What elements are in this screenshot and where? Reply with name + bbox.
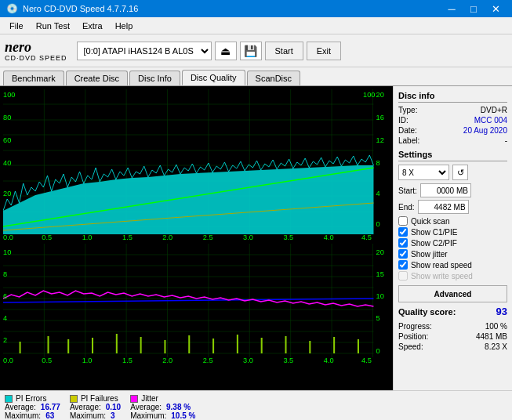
lower-chart: 20 15 10 5 0 10 8 6 4 2 0.0 0.5 1.0 1.5 …	[3, 244, 390, 365]
svg-text:0.0: 0.0	[3, 234, 13, 241]
svg-rect-67	[67, 339, 69, 353]
pi-errors-max-label: Maximum:	[5, 411, 41, 420]
pi-failures-block: PI Failures Average: 0.10 Maximum: 3 Tot…	[70, 394, 121, 420]
tab-scan-disc[interactable]: ScanDisc	[247, 71, 300, 85]
exit-button[interactable]: Exit	[307, 42, 341, 60]
menu-run-test[interactable]: Run Test	[30, 20, 76, 32]
jitter-max-val: 10.5 %	[171, 411, 195, 420]
jitter-max-row: Maximum: 10.5 %	[130, 411, 195, 420]
show-jitter-label: Show jitter	[411, 250, 448, 259]
start-button[interactable]: Start	[265, 42, 303, 60]
svg-rect-76	[285, 336, 286, 353]
start-input[interactable]	[420, 183, 471, 197]
show-c1-pie-checkbox[interactable]	[398, 227, 408, 237]
pi-failures-avg-label: Average:	[70, 403, 101, 411]
drive-selector[interactable]: [0:0] ATAPI iHAS124 B AL0S	[77, 42, 212, 60]
svg-rect-68	[92, 338, 93, 353]
close-button[interactable]: ✕	[485, 2, 506, 16]
svg-text:40: 40	[3, 159, 11, 167]
advanced-button[interactable]: Advanced	[398, 285, 507, 302]
show-jitter-checkbox[interactable]	[398, 249, 408, 259]
tab-benchmark[interactable]: Benchmark	[3, 71, 64, 85]
refresh-button[interactable]: ↺	[452, 165, 468, 180]
show-jitter-row: Show jitter	[398, 249, 507, 259]
disc-date-label: Date:	[398, 126, 417, 135]
svg-text:16: 16	[376, 114, 384, 121]
end-input[interactable]	[418, 200, 469, 214]
menu-help[interactable]: Help	[109, 20, 140, 32]
quality-score-label: Quality score:	[398, 307, 456, 317]
svg-text:0: 0	[376, 220, 380, 228]
end-label: End:	[398, 203, 415, 212]
disc-date-row: Date: 20 Aug 2020	[398, 126, 507, 135]
svg-rect-66	[47, 336, 49, 353]
quick-scan-label: Quick scan	[411, 217, 449, 226]
svg-text:1.0: 1.0	[82, 234, 93, 241]
svg-rect-77	[309, 341, 310, 353]
position-label: Position:	[398, 332, 428, 341]
disc-label-val: -	[505, 136, 507, 145]
nero-logo: nero CD·DVD SPEED	[5, 40, 67, 62]
pi-errors-max-val: 63	[45, 411, 54, 420]
svg-rect-70	[140, 337, 142, 353]
svg-rect-78	[333, 337, 335, 353]
tab-bar: Benchmark Create Disc Disc Info Disc Qua…	[0, 67, 512, 86]
tab-create-disc[interactable]: Create Disc	[66, 71, 128, 85]
pi-failures-max-val: 3	[111, 411, 115, 420]
chart-area: 20 16 12 8 4 0 100 100 80 60 40 20 0.0 0…	[0, 86, 393, 390]
svg-text:3.5: 3.5	[283, 357, 293, 364]
quick-scan-checkbox[interactable]	[398, 216, 408, 226]
nero-brand-top: nero	[5, 40, 31, 54]
tab-disc-quality[interactable]: Disc Quality	[182, 70, 245, 85]
pi-failures-avg-val: 0.10	[106, 403, 121, 411]
svg-rect-75	[261, 338, 263, 353]
svg-rect-73	[212, 339, 214, 353]
jitter-block: Jitter Average: 9.38 % Maximum: 10.5 % P…	[130, 394, 195, 420]
progress-value: 100 %	[485, 322, 507, 331]
svg-text:2: 2	[3, 336, 7, 344]
disc-id-row: ID: MCC 004	[398, 116, 507, 125]
svg-text:100: 100	[3, 91, 15, 99]
nero-brand-bottom: CD·DVD SPEED	[5, 54, 67, 62]
speed-selector[interactable]: 8 X	[398, 165, 449, 180]
show-read-speed-row: Show read speed	[398, 260, 507, 270]
pi-errors-max-row: Maximum: 63	[5, 411, 60, 420]
svg-rect-69	[116, 334, 118, 353]
svg-text:4.0: 4.0	[324, 234, 334, 241]
svg-text:12: 12	[376, 136, 384, 144]
save-icon-button[interactable]: 💾	[240, 42, 262, 60]
jitter-label: Jitter	[141, 394, 158, 403]
disc-info-title: Disc info	[398, 91, 507, 103]
footer-stats: PI Errors Average: 16.77 Maximum: 63 Tot…	[0, 390, 512, 420]
svg-text:4.0: 4.0	[324, 357, 334, 364]
show-write-speed-checkbox[interactable]	[398, 271, 408, 281]
show-c2-pif-label: Show C2/PIF	[411, 239, 457, 248]
svg-text:1.5: 1.5	[122, 357, 133, 364]
minimize-button[interactable]: ─	[441, 2, 462, 16]
eject-icon-button[interactable]: ⏏	[215, 42, 237, 60]
pi-errors-avg-val: 16.77	[41, 403, 60, 411]
svg-text:8: 8	[3, 270, 7, 278]
start-row: Start:	[398, 183, 507, 197]
disc-label-label: Label:	[398, 136, 419, 145]
svg-text:2.5: 2.5	[203, 234, 213, 241]
progress-label: Progress:	[398, 322, 432, 331]
disc-type-label: Type:	[398, 106, 417, 114]
menu-extra[interactable]: Extra	[76, 20, 109, 32]
disc-type-row: Type: DVD+R	[398, 106, 507, 114]
title-bar-left: 💿 Nero CD-DVD Speed 4.7.7.16	[6, 3, 138, 14]
svg-text:6: 6	[3, 292, 7, 300]
show-read-speed-checkbox[interactable]	[398, 260, 408, 270]
disc-date-val: 20 Aug 2020	[463, 126, 507, 135]
svg-text:20: 20	[376, 248, 384, 256]
menu-file[interactable]: File	[3, 20, 30, 32]
tab-disc-info[interactable]: Disc Info	[129, 71, 180, 85]
pi-failures-label: PI Failures	[81, 394, 118, 403]
svg-text:0.5: 0.5	[42, 234, 52, 241]
position-value: 4481 MB	[476, 332, 507, 341]
show-c2-pif-checkbox[interactable]	[398, 238, 408, 248]
disc-label-row: Label: -	[398, 136, 507, 145]
progress-section: Progress: 100 % Position: 4481 MB Speed:…	[398, 322, 507, 351]
disc-type-val: DVD+R	[481, 106, 507, 114]
maximize-button[interactable]: □	[463, 2, 484, 16]
